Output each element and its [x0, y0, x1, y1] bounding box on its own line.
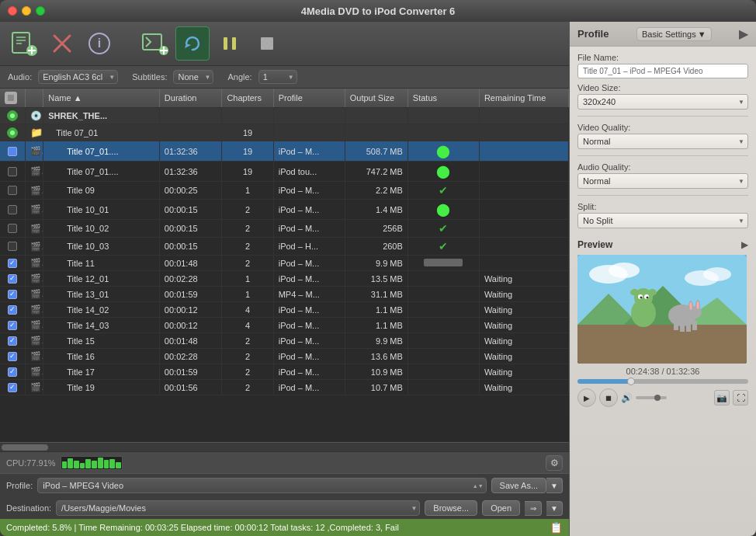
- time-total: 01:32:36: [667, 367, 700, 376]
- movie-icon: 🎬: [30, 336, 43, 345]
- svg-rect-18: [261, 37, 273, 50]
- svg-rect-38: [674, 321, 678, 330]
- pause-button[interactable]: [213, 26, 247, 61]
- table-row[interactable]: 💿 SHREK_THE...: [0, 108, 569, 124]
- th-chapters[interactable]: Chapters: [222, 89, 273, 108]
- audio-select[interactable]: English AC3 6cl: [38, 70, 118, 84]
- table-row[interactable]: 🎬 Title 07_01.... 01:32:36 19 iPod – M..…: [0, 141, 569, 162]
- status-icon-green: ⬤: [436, 203, 450, 216]
- stop-button[interactable]: [250, 26, 284, 61]
- save-as-button[interactable]: Save As...: [491, 478, 547, 493]
- file-name-label: File Name:: [577, 53, 748, 62]
- close-button[interactable]: [8, 6, 17, 16]
- add-dvd-button[interactable]: [138, 26, 172, 61]
- preview-expand-button[interactable]: ▶: [741, 239, 748, 250]
- movie-icon: 🎬: [30, 224, 43, 233]
- table-row[interactable]: 🎬 Title 09 00:00:25 1 iPod – M... 2.2 MB…: [0, 182, 569, 200]
- cpu-settings-button[interactable]: ⚙: [546, 455, 563, 471]
- preview-progress-bar[interactable]: [577, 379, 748, 384]
- status-bar: Completed: 5.8% | Time Remaining: 00:03:…: [0, 519, 569, 536]
- cpu-bar-6: [92, 461, 97, 468]
- volume-knob[interactable]: [654, 395, 661, 401]
- angle-select[interactable]: 1: [258, 70, 297, 84]
- status-text: Completed: 5.8% | Time Remaining: 00:03:…: [6, 523, 399, 532]
- expand-icon[interactable]: ▶: [739, 26, 748, 41]
- th-status[interactable]: Status: [407, 89, 479, 108]
- table-row[interactable]: ✓ 🎬 Title 11 00:01:48 2 iPod – M...: [0, 256, 569, 271]
- svg-rect-17: [232, 37, 236, 50]
- info-button[interactable]: i: [82, 26, 116, 61]
- table-row[interactable]: ✓ 🎬 Title 15 00:01:48 2 iPod – M... 9.9 …: [0, 333, 569, 349]
- fullscreen-button[interactable]: ⛶: [733, 390, 748, 405]
- time-display: 00:24:38 / 01:32:36: [577, 367, 748, 376]
- progress-bar: [424, 259, 463, 266]
- th-duration[interactable]: Duration: [159, 89, 222, 108]
- svg-rect-19: [8, 95, 14, 101]
- scrollbar-thumb[interactable]: [2, 444, 48, 451]
- table-row[interactable]: ✓ 🎬 Title 17 00:01:59 2 iPod – M... 10.9…: [0, 364, 569, 380]
- destination-label: Destination:: [6, 503, 51, 513]
- stop-preview-button[interactable]: ⏹: [599, 388, 618, 407]
- destination-select[interactable]: /Users/Maggie/Movies: [56, 500, 420, 516]
- preview-section: Preview ▶: [570, 235, 756, 412]
- video-quality-select-wrapper: Normal: [577, 134, 748, 149]
- divider-3: [577, 195, 748, 196]
- table-row[interactable]: ✓ 🎬 Title 19 00:01:56 2 iPod – M... 10.7…: [0, 380, 569, 395]
- table-row[interactable]: 📁 Title 07_01 19: [0, 124, 569, 141]
- disc-name: SHREK_THE...: [43, 108, 160, 124]
- horizontal-scrollbar[interactable]: [0, 442, 569, 451]
- convert-button[interactable]: [175, 26, 210, 61]
- minimize-button[interactable]: [22, 6, 31, 16]
- th-profile[interactable]: Profile: [273, 89, 345, 108]
- table-row[interactable]: 🎬 Title 10_02 00:00:15 2 iPod – M... 256…: [0, 220, 569, 238]
- table-header-row: Name ▲ Duration Chapters Profile Output …: [0, 89, 569, 108]
- table-row[interactable]: ✓ 🎬 Title 12_01 00:02:28 1 iPod – M... 1…: [0, 271, 569, 287]
- video-quality-label: Video Quality:: [577, 123, 748, 132]
- subtitles-select[interactable]: None: [173, 70, 213, 84]
- video-size-select[interactable]: 320x240: [577, 94, 748, 110]
- status-check: ✔: [439, 222, 448, 235]
- th-output-size[interactable]: Output Size: [345, 89, 407, 108]
- table-row[interactable]: 🎬 Title 10_03 00:00:15 2 iPod – H... 260…: [0, 238, 569, 256]
- add-file-button[interactable]: [8, 26, 42, 61]
- audio-quality-field: Audio Quality: Normal: [577, 162, 748, 189]
- right-body: File Name: Title 07_01 – iPod – MPEG4 Vi…: [570, 47, 756, 235]
- divider-2: [577, 155, 748, 156]
- th-remaining[interactable]: Remaining Time: [479, 89, 568, 108]
- table-row[interactable]: ✓ 🎬 Title 13_01 00:01:59 1 MP4 – M... 31…: [0, 287, 569, 302]
- volume-slider[interactable]: [636, 396, 667, 399]
- file-table-container[interactable]: Name ▲ Duration Chapters Profile Output …: [0, 89, 569, 442]
- video-quality-select[interactable]: Normal: [577, 134, 748, 149]
- th-name[interactable]: Name ▲: [43, 89, 160, 108]
- basic-settings-dropdown[interactable]: Basic Settings ▼: [636, 27, 712, 41]
- status-icon-green: ⬤: [436, 165, 450, 178]
- maximize-button[interactable]: [36, 6, 45, 16]
- table-row[interactable]: ✓ 🎬 Title 16 00:02:28 2 iPod – M... 13.6…: [0, 349, 569, 364]
- browse-button[interactable]: Browse...: [425, 500, 477, 516]
- table-row[interactable]: ✓ 🎬 Title 14_02 00:00:12 4 iPod – M... 1…: [0, 302, 569, 318]
- main-content: i: [0, 22, 756, 536]
- volume-icon: 🔊: [621, 392, 633, 403]
- preview-progress-knob[interactable]: [627, 378, 635, 385]
- svg-point-45: [690, 302, 692, 310]
- screenshot-button[interactable]: 📷: [714, 390, 730, 405]
- video-size-field: Video Size: 320x240: [577, 83, 748, 110]
- open-button[interactable]: Open: [482, 500, 520, 516]
- status-check: ✔: [439, 184, 448, 197]
- destination-extra-button[interactable]: ⇒: [525, 501, 542, 516]
- delete-button[interactable]: [45, 26, 79, 61]
- svg-text:i: i: [98, 37, 101, 50]
- split-select[interactable]: No Split: [577, 213, 748, 228]
- right-header: Profile Basic Settings ▼ ▶: [570, 22, 756, 47]
- table-row[interactable]: ✓ 🎬 Title 14_03 00:00:12 4 iPod – M... 1…: [0, 318, 569, 333]
- save-as-dropdown-button[interactable]: ▼: [546, 478, 563, 493]
- ctrl-icons: 📷 ⛶: [714, 390, 748, 405]
- audio-quality-select[interactable]: Normal: [577, 173, 748, 189]
- cpu-bar-3: [74, 461, 79, 468]
- table-row[interactable]: 🎬 Title 10_01 00:00:15 2 iPod – M... 1.4…: [0, 200, 569, 220]
- destination-arrow-button[interactable]: ▼: [546, 501, 563, 516]
- profile-select[interactable]: iPod – MPEG4 Video: [37, 478, 486, 493]
- play-button[interactable]: ▶: [577, 388, 596, 407]
- movie-icon: 🎬: [30, 382, 43, 392]
- table-row[interactable]: 🎬 Title 07_01.... 01:32:36 19 iPod tou..…: [0, 162, 569, 182]
